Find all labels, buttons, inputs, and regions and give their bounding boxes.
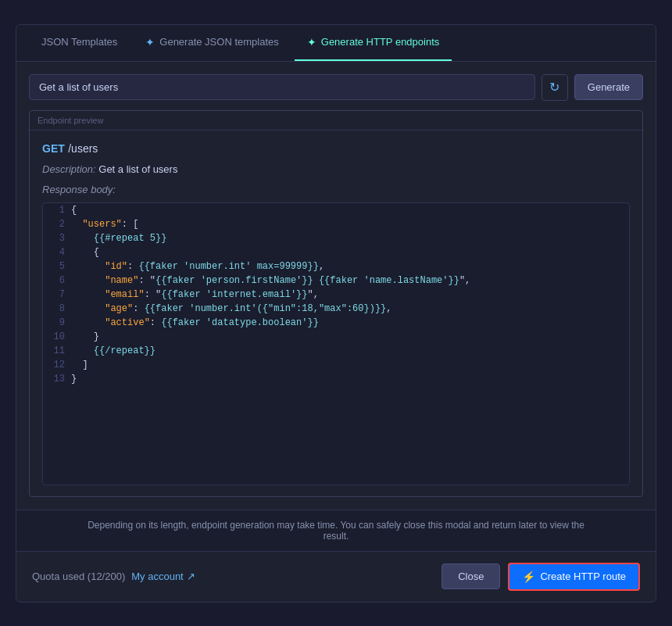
code-block: 1 { 2 "users": [ 3 {{#repeat 5}} 4 {: [42, 202, 630, 485]
my-account-label: My account: [131, 571, 183, 582]
lightning-icon: ⚡: [522, 571, 535, 583]
generate-button-label: Generate: [588, 81, 630, 93]
close-button-label: Close: [458, 571, 484, 582]
create-button-label: Create HTTP route: [540, 571, 626, 582]
quota-label: Quota used (12/200): [32, 571, 125, 582]
external-link-icon: ↗: [187, 571, 195, 582]
code-line-6: 6 "name": "{{faker 'person.firstName'}} …: [43, 274, 629, 288]
main-content: ↻ Generate Endpoint preview GET /users D…: [16, 62, 656, 510]
modal-container: JSON Templates ✦ Generate JSON templates…: [16, 24, 656, 603]
preview-content: GET /users Description: Get a list of us…: [30, 131, 642, 496]
close-button[interactable]: Close: [441, 563, 500, 589]
endpoint-path: /users: [68, 142, 98, 155]
code-line-3: 3 {{#repeat 5}}: [43, 231, 629, 245]
generate-json-icon: ✦: [145, 36, 155, 48]
response-label-text: Response body:: [42, 184, 116, 195]
my-account-link[interactable]: My account ↗: [131, 571, 195, 582]
code-line-7: 7 "email": "{{faker 'internet.email'}}",: [43, 288, 629, 302]
code-line-4: 4 {: [43, 245, 629, 259]
description-line: Description: Get a list of users: [42, 162, 630, 176]
tab-json-templates[interactable]: JSON Templates: [29, 25, 130, 60]
tab-generate-http[interactable]: ✦ Generate HTTP endpoints: [295, 25, 452, 61]
tab-generate-json-label: Generate JSON templates: [159, 36, 278, 48]
code-line-2: 2 "users": [: [43, 217, 629, 231]
search-row: ↻ Generate: [29, 74, 643, 101]
refresh-icon: ↻: [549, 80, 559, 95]
info-text: Depending on its length, endpoint genera…: [88, 520, 584, 542]
code-line-5: 5 "id": {{faker 'number.int' max=99999}}…: [43, 259, 629, 274]
endpoint-line: GET /users: [42, 141, 630, 156]
description-value: Get a list of users: [98, 163, 177, 175]
footer-buttons: Close ⚡ Create HTTP route: [441, 563, 640, 591]
code-line-1: 1 {: [43, 203, 629, 217]
endpoint-preview-container: Endpoint preview GET /users Description:…: [29, 110, 643, 497]
generate-http-icon: ✦: [307, 36, 316, 48]
search-input[interactable]: [29, 74, 535, 100]
preview-label: Endpoint preview: [30, 111, 642, 131]
response-body-label: Response body:: [42, 182, 630, 196]
tab-bar: JSON Templates ✦ Generate JSON templates…: [16, 25, 656, 62]
code-line-8: 8 "age": {{faker 'number.int'({"min":18,…: [43, 302, 629, 316]
refresh-button[interactable]: ↻: [542, 74, 568, 101]
code-line-10: 10 }: [43, 330, 629, 344]
quota-section: Quota used (12/200) My account ↗: [32, 571, 195, 582]
tab-json-templates-label: JSON Templates: [41, 36, 117, 48]
http-method: GET: [42, 142, 65, 155]
info-bar: Depending on its length, endpoint genera…: [16, 510, 656, 551]
tab-generate-json[interactable]: ✦ Generate JSON templates: [133, 25, 291, 61]
footer: Quota used (12/200) My account ↗ Close ⚡…: [16, 551, 656, 602]
generate-button[interactable]: Generate: [574, 74, 643, 100]
description-label: Description: Get a list of users: [42, 163, 177, 175]
code-line-9: 9 "active": {{faker 'datatype.boolean'}}: [43, 316, 629, 330]
create-http-route-button[interactable]: ⚡ Create HTTP route: [508, 563, 640, 591]
code-line-11: 11 {{/repeat}}: [43, 344, 629, 358]
code-line-13: 13 }: [43, 372, 629, 386]
tab-generate-http-label: Generate HTTP endpoints: [321, 36, 440, 48]
code-line-12: 12 ]: [43, 358, 629, 372]
